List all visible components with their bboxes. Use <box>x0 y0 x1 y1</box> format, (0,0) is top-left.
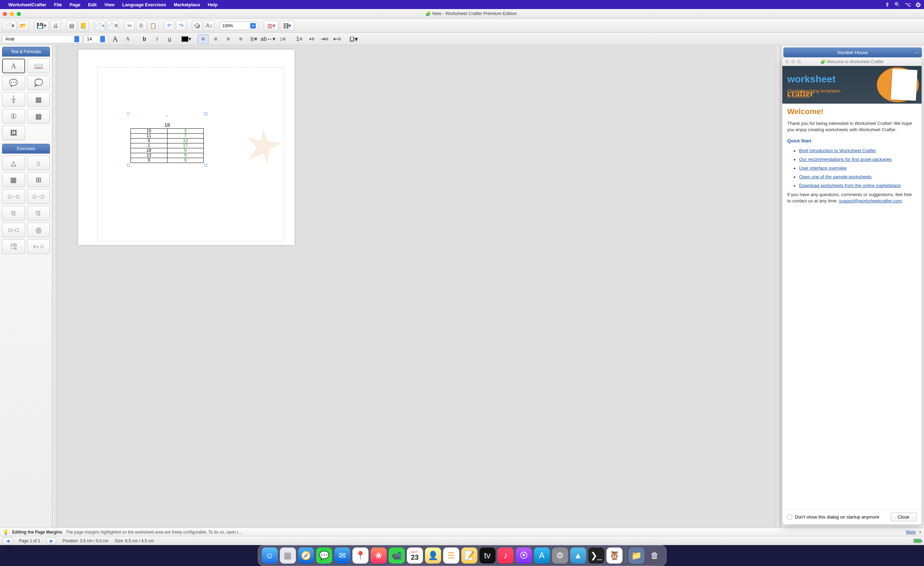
number-house-object[interactable]: 18 153 117 513 117 180 135 99 <box>130 116 204 163</box>
control-center-icon[interactable]: ⌥ <box>905 2 911 8</box>
new-doc-button[interactable]: 📄▾ <box>2 21 17 31</box>
number-house-tool[interactable]: ⌂ <box>27 156 50 170</box>
close-window-button[interactable] <box>3 12 7 16</box>
resize-handle[interactable] <box>127 164 130 167</box>
trash-icon[interactable]: 🗑 <box>646 548 663 563</box>
pyramid-tool[interactable]: △ <box>2 156 25 170</box>
bullet-list-button[interactable]: •≡ <box>306 34 318 44</box>
calendar-icon[interactable]: MAY23 <box>407 548 423 563</box>
flowchart-tool[interactable]: ⿻ <box>2 206 25 221</box>
align-right-button[interactable]: ≡ <box>223 34 234 44</box>
menu-view[interactable]: View <box>104 2 114 8</box>
qs-link-assets[interactable]: Our recommendations for first asset pack… <box>799 157 892 162</box>
grid-tool[interactable]: ▦ <box>2 173 25 187</box>
app-icon-blue[interactable]: ▲ <box>570 548 586 563</box>
minimize-window-button[interactable] <box>10 12 14 16</box>
zoom-window-button[interactable] <box>17 12 21 16</box>
appstore-icon[interactable]: A <box>534 548 550 563</box>
notes-icon[interactable]: 📝 <box>461 548 477 563</box>
save-button[interactable]: 💾▾ <box>34 21 49 31</box>
redo-button[interactable]: ↷ <box>176 21 186 31</box>
appletv-icon[interactable]: tv <box>480 548 495 563</box>
menu-page[interactable]: Page <box>69 2 80 8</box>
increase-font-button[interactable]: A <box>110 34 121 44</box>
color-bars-button[interactable]: ▾ <box>280 21 294 31</box>
line-height-button[interactable]: ↕≡ <box>277 34 288 44</box>
bold-button[interactable]: b <box>139 34 150 44</box>
menu-edit[interactable]: Edit <box>88 2 97 8</box>
right-panel-title[interactable]: Number House — <box>783 48 922 57</box>
cut-button[interactable]: ✂ <box>124 21 135 31</box>
qr-code-tool[interactable]: ▩ <box>27 109 50 123</box>
qs-link-marketplace[interactable]: Download worksheets from the online mark… <box>799 183 901 188</box>
chain2-tool[interactable]: ▢→▢ <box>27 189 50 204</box>
maps-icon[interactable]: 📍 <box>352 548 369 563</box>
font-size-select[interactable]: 14 <box>84 35 108 43</box>
close-button[interactable]: Close <box>891 513 916 521</box>
app-name[interactable]: WorksheetCrafter <box>8 2 46 8</box>
speech-bubble-tool[interactable]: 💬 <box>2 75 25 90</box>
page-setup-button[interactable]: ▤ <box>66 21 77 31</box>
print-button[interactable]: 🖨 <box>50 21 61 31</box>
align-left-button[interactable]: ≡ <box>198 34 208 44</box>
prev-page-button[interactable]: ◀ <box>3 537 12 544</box>
align-distribute-button[interactable]: ▥▾ <box>264 21 279 31</box>
search-icon[interactable]: 🔍 <box>894 2 900 8</box>
book-tool[interactable]: 📖 <box>27 59 50 73</box>
canvas-area[interactable]: 18 153 117 513 117 180 135 99 <box>57 45 776 528</box>
settings-icon[interactable]: ⚙ <box>552 548 568 563</box>
panel-text-formulas[interactable]: Text & Formulas <box>2 47 50 57</box>
dont-show-checkbox[interactable] <box>787 515 792 519</box>
launchpad-icon[interactable]: ▦ <box>280 548 296 563</box>
undo-button[interactable]: ↶ <box>164 21 174 31</box>
tail-tool-2[interactable]: 5 + ☐ <box>27 239 50 254</box>
qs-link-sample[interactable]: Open one of the sample worksheets <box>799 174 872 179</box>
support-email-link[interactable]: support@worksheetcrafter.com <box>839 198 902 203</box>
safari-icon[interactable]: 🧭 <box>298 548 314 563</box>
open-button[interactable]: 📂 <box>18 21 28 31</box>
align-justify-button[interactable]: ≡ <box>235 34 246 44</box>
qs-link-ui[interactable]: User interface overview <box>799 165 846 171</box>
dice-button[interactable]: 🎲 <box>192 21 202 31</box>
resize-handle[interactable] <box>204 113 207 115</box>
notes-button[interactable]: 📒 <box>78 21 88 31</box>
upload-icon[interactable]: ⇪ <box>885 2 890 8</box>
facetime-icon[interactable]: 📹 <box>389 548 405 563</box>
reminders-icon[interactable]: ☰ <box>443 548 459 563</box>
add-page-button[interactable]: 📄+ <box>94 21 105 31</box>
text-frame-tool[interactable]: A <box>2 59 25 73</box>
sort-button[interactable]: A↕ <box>204 21 214 31</box>
spacing-button[interactable]: ab↔▾ <box>260 34 276 44</box>
panel-exercises[interactable]: Exercises <box>2 144 50 153</box>
flowchart2-tool[interactable]: ⿻ <box>27 206 50 221</box>
image-tool[interactable]: 🖼 <box>2 126 25 140</box>
worksheet-page[interactable]: 18 153 117 513 117 180 135 99 <box>78 50 294 245</box>
next-page-button[interactable]: ▶ <box>46 537 56 544</box>
table-tool[interactable]: ▦ <box>27 92 50 107</box>
copy-button[interactable]: ⎘ <box>136 21 147 31</box>
tree-tool[interactable]: ▢─▢ <box>2 223 25 237</box>
paste-button[interactable]: 📋 <box>148 21 158 31</box>
target-tool[interactable]: ◎ <box>27 223 50 237</box>
menu-file[interactable]: File <box>54 2 62 8</box>
left-scrollbar[interactable] <box>52 45 57 528</box>
minimize-icon[interactable]: — <box>915 50 919 55</box>
delete-page-button[interactable]: 📄✕ <box>106 21 118 31</box>
photos-icon[interactable]: ❀ <box>370 548 387 563</box>
power-icon[interactable]: ⏻ <box>916 2 921 8</box>
outdent-button[interactable]: ⇤≡ <box>332 34 343 44</box>
indent-button[interactable]: ⇥≡ <box>319 34 330 44</box>
grid2-tool[interactable]: ⊞ <box>27 173 50 187</box>
finder-icon[interactable]: ☺ <box>262 548 278 563</box>
circled-number-tool[interactable]: ① <box>2 109 25 123</box>
underline-button[interactable]: u <box>164 34 175 44</box>
downloads-icon[interactable]: 📁 <box>628 548 645 563</box>
menu-lang-exercises[interactable]: Language Exercises <box>122 2 166 8</box>
align-center-button[interactable]: ≡ <box>210 34 221 44</box>
resize-handle[interactable] <box>127 113 130 115</box>
thought-bubble-tool[interactable]: 💭 <box>27 75 50 90</box>
symbol-button[interactable]: Ω▾ <box>348 34 359 44</box>
italic-button[interactable]: i <box>152 34 163 44</box>
resize-handle[interactable] <box>204 164 207 167</box>
numbered-list-button[interactable]: 1≡ <box>294 34 305 44</box>
